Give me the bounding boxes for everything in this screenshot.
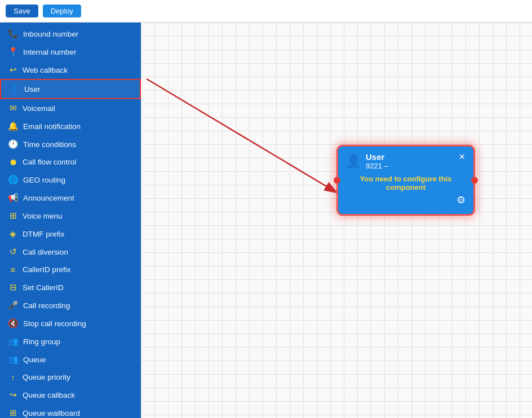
node-user-icon: 👤 [346,154,361,168]
node-title: User [366,152,388,162]
queue-label: Queue [23,355,46,364]
sidebar-item-stop-call-recording[interactable]: 🔇Stop call recording [0,314,141,332]
time-conditions-label: Time conditions [23,140,76,149]
internal-number-label: Internal number [23,48,77,56]
sidebar: 📞Inbound number📍Internal number↩Web call… [0,23,141,418]
node-close-button[interactable]: ✕ [459,152,466,161]
connector-right [471,177,478,184]
node-header: 👤 User 9221 – ✕ [346,152,466,170]
callerid-prefix-icon: ≡ [8,265,18,274]
queue-icon: 👥 [8,354,19,364]
call-diversion-label: Call diversion [23,248,68,256]
time-conditions-icon: 🕐 [8,139,19,149]
set-callerid-icon: ⊟ [8,282,18,292]
web-callback-icon: ↩ [8,65,18,75]
call-diversion-icon: ↺ [8,247,18,257]
geo-routing-icon: 🌐 [8,175,19,185]
main-area: 📞Inbound number📍Internal number↩Web call… [0,23,532,418]
queue-priority-icon: ↑ [8,372,18,382]
voicemail-label: Voicemail [23,104,55,113]
stop-call-recording-label: Stop call recording [23,319,86,328]
node-gear-area: ⚙ [346,194,466,206]
sidebar-item-queue-callback[interactable]: ↪Queue callback [0,386,141,404]
announcement-icon: 📢 [8,193,19,203]
voicemail-icon: ✉ [8,103,18,113]
canvas: 👤 User 9221 – ✕ You need to configure th… [141,23,532,418]
set-callerid-label: Set CallerID [23,283,64,292]
voice-menu-icon: ⊞ [8,211,18,221]
sidebar-item-web-callback[interactable]: ↩Web callback [0,61,141,79]
sidebar-item-announcement[interactable]: 📢Announcement [0,189,141,207]
user-label: User [24,85,41,94]
sidebar-item-ring-group[interactable]: 👥Ring group [0,332,141,350]
sidebar-item-callerid-prefix[interactable]: ≡CallerID prefix [0,261,141,278]
callerid-prefix-label: CallerID prefix [23,265,71,274]
sidebar-item-queue-priority[interactable]: ↑Queue priority [0,368,141,386]
sidebar-item-geo-routing[interactable]: 🌐GEO routing [0,171,141,189]
queue-callback-label: Queue callback [23,391,75,399]
sidebar-item-dtmf-prefix[interactable]: ◈DTMF prefix [0,225,141,243]
call-flow-control-label: Call flow control [23,158,76,166]
connector-left [334,177,340,184]
sidebar-item-time-conditions[interactable]: 🕐Time conditions [0,135,141,153]
call-flow-control-icon: ⏺ [8,157,18,167]
sidebar-item-user[interactable]: 👤User [0,79,141,99]
queue-wallboard-label: Queue wallboard [23,409,80,417]
save-button[interactable]: Save [6,5,38,17]
sidebar-item-queue-wallboard[interactable]: ⊞Queue wallboard [0,404,141,418]
node-title-row: 👤 User 9221 – [346,152,388,170]
sidebar-item-internal-number[interactable]: 📍Internal number [0,43,141,61]
ring-group-icon: 👥 [8,336,19,346]
sidebar-item-email-notification[interactable]: 🔔Email notification [0,117,141,135]
node-warning-text: You need to configure this component [346,175,466,192]
email-notification-label: Email notification [23,122,81,131]
voice-menu-label: Voice menu [23,212,63,220]
queue-priority-label: Queue priority [23,373,70,381]
node-subtitle: 9221 – [366,162,388,170]
sidebar-item-voice-menu[interactable]: ⊞Voice menu [0,207,141,225]
user-icon: 👤 [9,84,20,94]
sidebar-item-inbound-number[interactable]: 📞Inbound number [0,25,141,43]
sidebar-item-voicemail[interactable]: ✉Voicemail [0,99,141,117]
dtmf-prefix-label: DTMF prefix [23,230,64,238]
email-notification-icon: 🔔 [8,121,19,131]
call-recording-label: Call recording [23,301,70,310]
deploy-button[interactable]: Deploy [43,5,81,17]
sidebar-item-queue[interactable]: 👥Queue [0,350,141,368]
user-node: 👤 User 9221 – ✕ You need to configure th… [338,146,473,214]
call-recording-icon: 🎤 [8,300,19,310]
sidebar-item-call-diversion[interactable]: ↺Call diversion [0,243,141,261]
internal-number-icon: 📍 [8,47,19,57]
dtmf-prefix-icon: ◈ [8,229,18,239]
sidebar-item-call-recording[interactable]: 🎤Call recording [0,296,141,314]
queue-callback-icon: ↪ [8,390,18,400]
queue-wallboard-icon: ⊞ [8,408,18,418]
sidebar-item-set-callerid[interactable]: ⊟Set CallerID [0,278,141,296]
geo-routing-label: GEO routing [23,176,65,184]
sidebar-item-call-flow-control[interactable]: ⏺Call flow control [0,153,141,171]
stop-call-recording-icon: 🔇 [8,318,19,328]
inbound-number-icon: 📞 [8,29,19,39]
web-callback-label: Web callback [23,66,68,74]
announcement-label: Announcement [23,194,74,202]
svg-line-1 [147,79,337,193]
top-bar: Save Deploy [0,0,532,23]
node-gear-icon[interactable]: ⚙ [456,194,466,206]
arrow-svg [141,23,532,418]
ring-group-label: Ring group [23,337,60,346]
inbound-number-label: Inbound number [23,30,78,38]
